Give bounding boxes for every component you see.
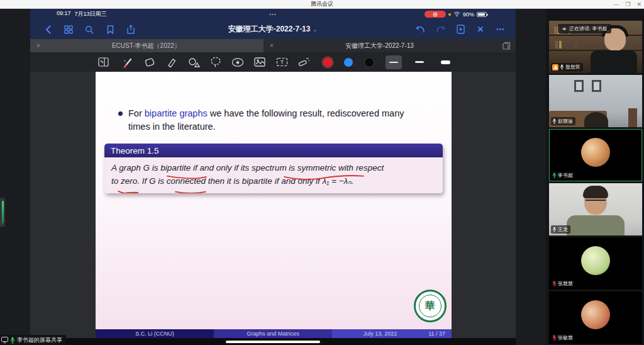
stroke-thick[interactable] — [437, 55, 453, 69]
avatar — [581, 138, 610, 167]
mic-muted-icon — [552, 281, 557, 286]
participant-nametag: 敖想哲 — [551, 63, 583, 71]
mic-on-icon — [552, 118, 557, 124]
highlighter-icon[interactable] — [165, 56, 178, 69]
image-tool-icon[interactable] — [253, 56, 266, 69]
participant-nametag: 赵丽迪 — [551, 117, 575, 125]
speaking-banner-text: 正在讲话: 李书超 — [569, 25, 607, 32]
bullet-paragraph: For bipartite graphs we have the followi… — [128, 107, 404, 133]
video-tile[interactable]: 王龙 — [549, 183, 642, 235]
monitor-icon — [1, 337, 8, 343]
green-level-bar — [2, 201, 4, 223]
speaker-icon — [562, 26, 567, 31]
video-tile[interactable]: 张敏慧 — [549, 291, 642, 344]
tencent-meeting-window: 腾讯会议 — ❐ ✕ 09:17 7月13日周三 ••• — [0, 0, 644, 345]
redo-button[interactable] — [435, 25, 445, 35]
recording-indicator-pill — [425, 11, 446, 18]
shapes-tool-icon[interactable] — [187, 56, 200, 69]
more-options-button[interactable]: ••• — [496, 25, 506, 35]
speaking-banner: 正在讲话: 李书超 — [558, 24, 611, 33]
document-tab-bar: × ECUST-李书超（2022） × 安徽理工大学-2022-7-13 — [30, 39, 516, 52]
wifi-icon — [453, 11, 460, 17]
close-button[interactable]: ✕ — [636, 0, 641, 9]
participant-nametag: 王龙 — [551, 225, 570, 234]
tab-anhui[interactable]: × 安徽理工大学-2022-7-13 — [264, 39, 497, 52]
title-caret-icon: ⌄ — [313, 26, 318, 33]
bipartite-graphs-term: bipartite graphs — [145, 108, 208, 118]
svg-text:T: T — [280, 59, 284, 65]
page-canvas[interactable]: For bipartite graphs we have the followi… — [30, 72, 516, 338]
share-badge-label: 李书超的屏幕共享 — [17, 336, 62, 344]
ipad-status-bar: 09:17 7月13日周三 ••• — [30, 9, 516, 20]
window-titlebar: 腾讯会议 — ❐ ✕ — [0, 0, 644, 9]
stroke-thin-selected[interactable] — [386, 55, 402, 69]
video-tile[interactable]: 赵丽迪 — [549, 75, 642, 127]
mic-on-icon — [10, 337, 15, 344]
theorem-box: Theorem 1.5 A graph G is bipartite if an… — [104, 144, 443, 193]
footer-short-title: Graphs and Matrices — [214, 329, 332, 338]
participant-nametag: 张敏慧 — [551, 334, 575, 342]
window-title: 腾讯会议 — [311, 0, 333, 8]
avatar — [581, 246, 610, 275]
ipad-screen-share: 09:17 7月13日周三 ••• — [30, 9, 516, 345]
hotspot-dot-icon — [448, 13, 451, 16]
tape-wand-icon[interactable] — [297, 56, 310, 69]
tab-ecust[interactable]: × ECUST-李书超（2022） — [30, 39, 264, 52]
mic-muted-icon — [552, 335, 557, 341]
ipad-bottom-bar — [30, 338, 516, 345]
theorem-title: Theorem 1.5 — [104, 144, 443, 157]
participant-nametag: 张慧慧 — [551, 280, 575, 288]
bullet-icon — [118, 111, 123, 116]
new-tab-button[interactable] — [497, 39, 516, 52]
add-page-button[interactable] — [455, 25, 465, 35]
laser-pointer-icon[interactable] — [231, 56, 244, 69]
video-tile-speaking[interactable]: 李书超 — [549, 129, 642, 181]
slide-footer: S.C. Li (CCNU) Graphs and Matrices July … — [96, 329, 452, 338]
record-icon — [433, 12, 438, 17]
lasso-select-icon[interactable] — [209, 56, 222, 69]
beamer-slide: For bipartite graphs we have the followi… — [96, 72, 452, 338]
undo-button[interactable] — [415, 25, 425, 35]
restore-button[interactable]: ❐ — [625, 0, 630, 9]
color-black[interactable] — [365, 58, 374, 67]
footer-date-page: July 13, 2022 11 / 37 — [332, 329, 452, 338]
video-tile[interactable]: 张慧慧 — [549, 237, 642, 290]
theorem-body: A graph G is bipartite if and only if it… — [104, 157, 443, 193]
avatar — [581, 300, 610, 329]
mic-speaking-icon — [552, 172, 557, 178]
footer-page-number: 11 / 37 — [428, 331, 445, 337]
presenter-icon — [552, 64, 558, 71]
participant-strip: 正在讲话: 李书超 敖想哲 — [546, 9, 644, 345]
sidebar-volume-handle[interactable] — [0, 198, 5, 227]
text-tool-icon[interactable]: T — [275, 56, 288, 69]
document-nav-bar: 安徽理工大学-2022-7-13 ⌄ — [30, 20, 516, 39]
screen-share-badge: 李书超的屏幕共享 — [0, 335, 66, 345]
close-document-button[interactable]: ✕ — [475, 25, 486, 35]
shared-screen-area: 09:17 7月13日周三 ••• — [0, 9, 546, 345]
eraser-icon[interactable] — [143, 56, 156, 69]
battery-percent: 90% — [463, 11, 474, 18]
stroke-medium[interactable] — [411, 55, 428, 69]
pen-tool-selected[interactable] — [121, 56, 134, 69]
footer-date: July 13, 2022 — [332, 331, 428, 337]
video-tile-presenter[interactable]: 正在讲话: 李书超 敖想哲 — [549, 21, 642, 73]
mic-on-icon — [552, 227, 557, 232]
footer-author: S.C. Li (CCNU) — [96, 329, 214, 338]
annotation-toolbar: T — [30, 52, 516, 72]
battery-icon — [477, 12, 487, 17]
home-indicator[interactable] — [226, 341, 320, 343]
participant-nametag: 李书超 — [551, 171, 575, 179]
page-notes-icon[interactable] — [97, 56, 109, 69]
color-blue[interactable] — [344, 58, 353, 67]
minimize-button[interactable]: — — [613, 0, 619, 9]
university-logo: 華 — [414, 290, 447, 322]
color-red-selected[interactable] — [323, 58, 332, 67]
mic-on-icon — [560, 64, 564, 70]
